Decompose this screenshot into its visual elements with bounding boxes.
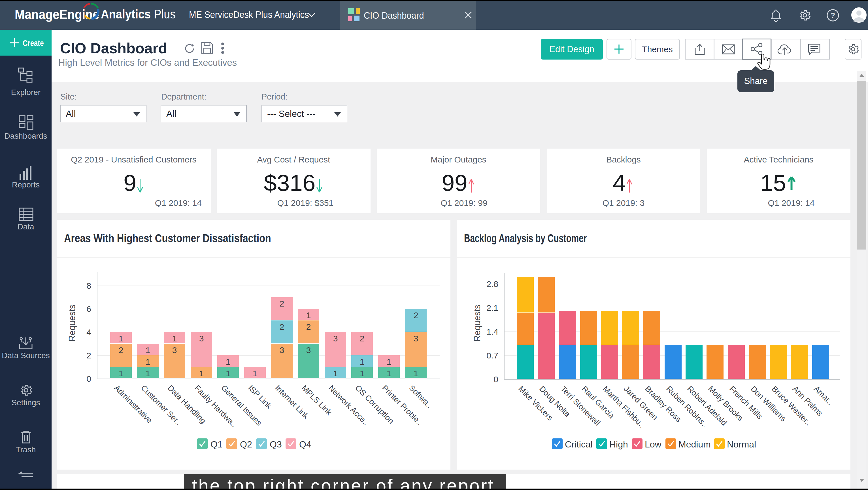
svg-text:?: ?: [831, 11, 835, 20]
